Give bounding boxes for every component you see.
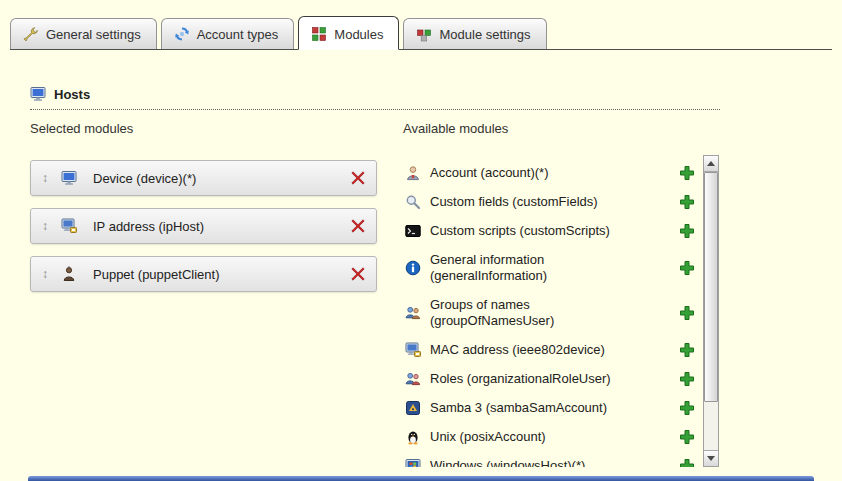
tab-label: Module settings [439, 27, 530, 42]
add-plus-icon [679, 400, 695, 416]
wrench-icon [23, 26, 39, 42]
selected-module-row: ↕ Device (device)(*) [30, 160, 377, 196]
scrollbar-down-button[interactable] [704, 450, 718, 466]
add-plus-icon [679, 371, 695, 387]
module-label: Account (account)(*) [430, 165, 549, 181]
account-icon [405, 165, 421, 181]
remove-x-icon [350, 218, 366, 234]
scrollbar[interactable] [703, 155, 719, 467]
module-label: Roles (organizationalRoleUser) [430, 371, 611, 387]
network-computer-icon [405, 342, 421, 358]
available-module-row: Groups of names (groupOfNamesUser) [403, 297, 719, 329]
drag-handle-icon[interactable]: ↕ [37, 172, 53, 184]
config-tabbar: General settings Account types Modules M… [10, 16, 832, 50]
add-plus-icon [679, 342, 695, 358]
module-label: Puppet (puppetClient) [93, 267, 342, 282]
remove-module-button[interactable] [342, 218, 366, 234]
roles-icon [405, 371, 421, 387]
available-module-row: Roles (organizationalRoleUser) [403, 371, 719, 387]
available-modules-list: Account (account)(*) Custom fields (cust… [403, 155, 719, 467]
add-module-button[interactable] [679, 260, 695, 276]
add-plus-icon [679, 223, 695, 239]
info-icon [405, 260, 421, 276]
add-plus-icon [679, 260, 695, 276]
add-module-button[interactable] [679, 371, 695, 387]
add-module-button[interactable] [679, 194, 695, 210]
add-module-button[interactable] [679, 400, 695, 416]
available-module-row: General information (generalInformation) [403, 252, 719, 284]
arrow-up-icon [707, 161, 715, 166]
device-icon [61, 170, 77, 186]
group-icon [405, 305, 421, 321]
add-plus-icon [679, 305, 695, 321]
drag-handle-icon[interactable]: ↕ [37, 268, 53, 280]
tab-label: General settings [46, 27, 141, 42]
available-module-row: Account (account)(*) [403, 165, 719, 181]
remove-module-button[interactable] [342, 170, 366, 186]
module-label: General information (generalInformation) [430, 252, 588, 284]
module-label: Device (device)(*) [93, 171, 342, 186]
scrollbar-up-button[interactable] [704, 156, 718, 172]
add-plus-icon [679, 194, 695, 210]
module-label: Samba 3 (sambaSamAccount) [430, 400, 607, 416]
scrollbar-thumb[interactable] [704, 172, 718, 402]
available-module-row: Samba 3 (sambaSamAccount) [403, 400, 719, 416]
add-module-button[interactable] [679, 223, 695, 239]
magnifier-icon [405, 194, 421, 210]
module-label: IP address (ipHost) [93, 219, 342, 234]
computer-icon [30, 86, 46, 102]
modules-icon [311, 26, 327, 42]
available-module-row: MAC address (ieee802device) [403, 342, 719, 358]
remove-module-button[interactable] [342, 266, 366, 282]
remove-x-icon [350, 170, 366, 186]
selected-modules-heading: Selected modules [30, 121, 133, 136]
network-computer-icon [61, 218, 77, 234]
footer-bar [28, 476, 814, 481]
drag-handle-icon[interactable]: ↕ [37, 220, 53, 232]
tab-module-settings[interactable]: Module settings [403, 18, 546, 49]
selected-modules-list: ↕ Device (device)(*) ↕ IP address (ipHos… [30, 160, 377, 304]
module-label: Custom fields (customFields) [430, 194, 598, 210]
hosts-section-header: Hosts [30, 86, 720, 110]
arrow-down-icon [707, 456, 715, 461]
tab-general-settings[interactable]: General settings [10, 18, 157, 49]
script-icon [405, 223, 421, 239]
windows-icon [405, 458, 421, 467]
remove-x-icon [350, 266, 366, 282]
puppet-icon [61, 266, 77, 282]
add-module-button[interactable] [679, 165, 695, 181]
available-module-row: Windows (windowsHost)(*) [403, 458, 719, 467]
available-modules-heading: Available modules [403, 121, 508, 136]
add-module-button[interactable] [679, 305, 695, 321]
selected-module-row: ↕ Puppet (puppetClient) [30, 256, 377, 292]
tab-account-types[interactable]: Account types [161, 18, 295, 49]
samba-icon [405, 400, 421, 416]
tab-modules[interactable]: Modules [298, 16, 399, 50]
module-label: Windows (windowsHost)(*) [430, 458, 585, 467]
add-plus-icon [679, 429, 695, 445]
tab-label: Modules [334, 27, 383, 42]
module-label: Unix (posixAccount) [430, 429, 546, 445]
module-settings-icon [416, 26, 432, 42]
tab-label: Account types [197, 27, 279, 42]
add-module-button[interactable] [679, 429, 695, 445]
add-plus-icon [679, 165, 695, 181]
module-label: Groups of names (groupOfNamesUser) [430, 297, 588, 329]
add-plus-icon [679, 458, 695, 467]
module-label: Custom scripts (customScripts) [430, 223, 610, 239]
tux-icon [405, 429, 421, 445]
section-title: Hosts [54, 87, 90, 102]
module-label: MAC address (ieee802device) [430, 342, 605, 358]
available-module-row: Unix (posixAccount) [403, 429, 719, 445]
available-module-row: Custom scripts (customScripts) [403, 223, 719, 239]
account-types-icon [174, 26, 190, 42]
selected-module-row: ↕ IP address (ipHost) [30, 208, 377, 244]
add-module-button[interactable] [679, 458, 695, 467]
add-module-button[interactable] [679, 342, 695, 358]
available-module-row: Custom fields (customFields) [403, 194, 719, 210]
